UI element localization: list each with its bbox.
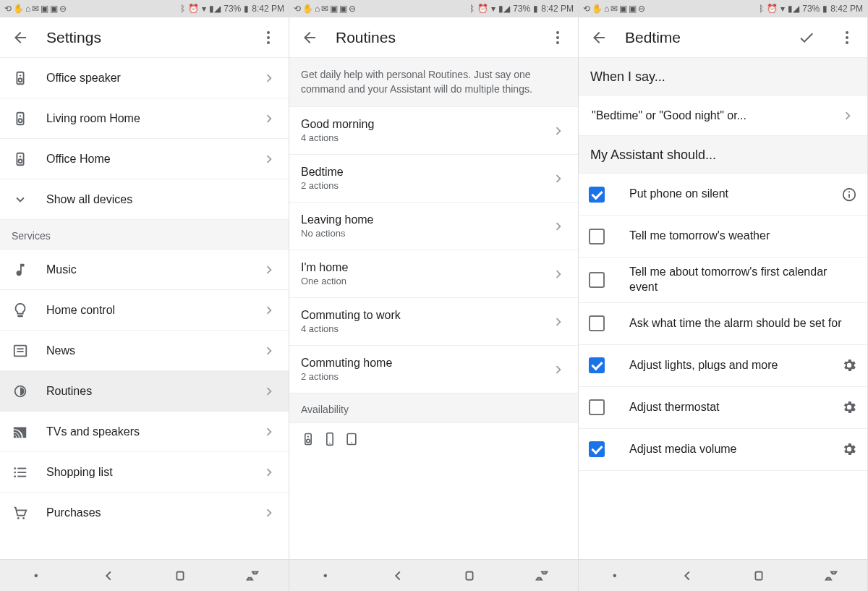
clock-text: 8:42 PM bbox=[252, 4, 284, 14]
service-purchases[interactable]: Purchases bbox=[0, 493, 289, 533]
checkbox-alarm[interactable] bbox=[589, 315, 605, 331]
clock-text: 8:42 PM bbox=[830, 4, 863, 14]
page-title: Routines bbox=[336, 29, 532, 46]
action-media-volume: Adjust media volume bbox=[579, 429, 867, 471]
routine-name: Commuting to work bbox=[301, 309, 550, 322]
availability-header: Availability bbox=[289, 394, 578, 423]
device-label: Office speaker bbox=[46, 72, 244, 85]
checkbox-calendar[interactable] bbox=[589, 272, 605, 288]
routine-good-morning[interactable]: Good morning 4 actions bbox=[289, 107, 578, 155]
wifi-icon: ▾ bbox=[202, 4, 206, 14]
chevron-right-icon bbox=[840, 108, 856, 124]
back-button[interactable] bbox=[584, 23, 613, 52]
device-living-room-home[interactable]: Living room Home bbox=[0, 98, 289, 139]
nav-home[interactable] bbox=[158, 560, 202, 592]
nav-home[interactable] bbox=[448, 560, 491, 592]
checkmark-icon bbox=[798, 29, 815, 46]
nav-dot[interactable]: • bbox=[593, 560, 637, 592]
service-label: News bbox=[46, 344, 244, 357]
chevron-right-icon bbox=[261, 70, 277, 86]
back-button[interactable] bbox=[6, 23, 35, 52]
trigger-phrase-row[interactable]: "Bedtime" or "Good night" or... bbox=[579, 95, 867, 136]
action-label: Put phone on silent bbox=[619, 187, 827, 202]
service-routines[interactable]: Routines bbox=[0, 371, 289, 412]
save-button[interactable] bbox=[792, 23, 821, 52]
device-office-speaker[interactable]: Office speaker bbox=[0, 58, 289, 98]
nav-dot[interactable]: • bbox=[14, 560, 58, 592]
overflow-menu-button[interactable] bbox=[543, 23, 572, 52]
more-vert-icon bbox=[260, 29, 277, 46]
routines-description: Get daily help with personal Routines. J… bbox=[289, 58, 578, 107]
speaker-icon bbox=[301, 432, 315, 446]
settings-button[interactable] bbox=[841, 357, 857, 373]
nav-recents[interactable] bbox=[809, 560, 853, 592]
nav-recents[interactable] bbox=[231, 560, 274, 592]
status-right: ᛒ⏰▾▮◢ 73%▮ 8:42 PM bbox=[469, 4, 574, 14]
action-weather: Tell me tomorrow's weather bbox=[579, 216, 867, 258]
nav-dot[interactable]: • bbox=[304, 560, 347, 592]
routine-leaving-home[interactable]: Leaving home No actions bbox=[289, 203, 578, 250]
routine-name: I'm home bbox=[301, 261, 550, 274]
nav-recents[interactable] bbox=[520, 560, 563, 592]
chevron-right-icon bbox=[261, 343, 277, 359]
device-office-home[interactable]: Office Home bbox=[0, 139, 289, 179]
routine-im-home[interactable]: I'm home One action bbox=[289, 250, 578, 298]
chevron-right-icon bbox=[261, 151, 277, 167]
service-news[interactable]: News bbox=[0, 331, 289, 371]
action-alarm: Ask what time the alarm should be set fo… bbox=[579, 303, 867, 345]
battery-icon: ▮ bbox=[244, 4, 249, 14]
checkbox-thermostat[interactable] bbox=[589, 399, 605, 415]
status-bar: ⟲✋⌂✉▣▣⊖ ᛒ⏰▾▮◢ 73%▮ 8:42 PM bbox=[579, 0, 867, 17]
checkbox-volume[interactable] bbox=[589, 441, 605, 457]
nav-home[interactable] bbox=[737, 560, 780, 592]
settings-button[interactable] bbox=[841, 441, 857, 457]
service-home-control[interactable]: Home control bbox=[0, 290, 289, 331]
settings-content: Office speaker Living room Home Office H… bbox=[0, 58, 289, 559]
chevron-right-icon bbox=[261, 505, 277, 521]
app-bar: Bedtime bbox=[579, 17, 867, 58]
service-music[interactable]: Music bbox=[0, 250, 289, 290]
status-left-icons: ⟲✋⌂✉▣▣⊖ bbox=[294, 4, 356, 14]
chevron-right-icon bbox=[550, 171, 566, 187]
app-bar: Routines bbox=[289, 17, 578, 58]
overflow-menu-button[interactable] bbox=[254, 23, 283, 52]
nav-back[interactable] bbox=[376, 560, 420, 592]
battery-text: 73% bbox=[802, 4, 820, 14]
service-label: Home control bbox=[46, 304, 244, 317]
service-shopping-list[interactable]: Shopping list bbox=[0, 452, 289, 493]
action-label: Adjust thermostat bbox=[619, 400, 827, 415]
expand-icon bbox=[12, 191, 29, 208]
chevron-right-icon bbox=[261, 464, 277, 480]
clock-text: 8:42 PM bbox=[541, 4, 574, 14]
status-left-icons: ⟲✋⌂✉▣▣⊖ bbox=[4, 4, 67, 14]
routine-bedtime[interactable]: Bedtime 2 actions bbox=[289, 155, 578, 203]
action-label: Adjust media volume bbox=[619, 442, 827, 457]
screen-routines: ⟲✋⌂✉▣▣⊖ ᛒ⏰▾▮◢ 73%▮ 8:42 PM Routines Get … bbox=[289, 0, 579, 591]
routine-commuting-work[interactable]: Commuting to work 4 actions bbox=[289, 298, 578, 346]
alarm-icon: ⏰ bbox=[188, 4, 199, 14]
gear-icon bbox=[841, 441, 857, 457]
cart-icon bbox=[12, 504, 29, 522]
device-label: Office Home bbox=[46, 153, 244, 166]
info-button[interactable] bbox=[841, 187, 857, 203]
checkbox-silent[interactable] bbox=[589, 187, 605, 203]
chevron-right-icon bbox=[261, 424, 277, 440]
signal-icon: ▮◢ bbox=[209, 4, 221, 14]
back-button[interactable] bbox=[295, 23, 324, 52]
nav-back[interactable] bbox=[87, 560, 130, 592]
system-nav-bar: • bbox=[289, 559, 578, 591]
nav-back[interactable] bbox=[665, 560, 709, 592]
overflow-menu-button[interactable] bbox=[833, 23, 861, 52]
service-tvs-speakers[interactable]: TVs and speakers bbox=[0, 412, 289, 452]
checkbox-lights[interactable] bbox=[589, 357, 605, 373]
device-label: Living room Home bbox=[46, 112, 244, 125]
settings-button[interactable] bbox=[841, 399, 857, 415]
show-all-devices[interactable]: Show all devices bbox=[0, 179, 289, 220]
action-label: Tell me tomorrow's weather bbox=[619, 229, 857, 244]
routine-commuting-home[interactable]: Commuting home 2 actions bbox=[289, 346, 578, 394]
bulb-icon bbox=[12, 302, 29, 319]
checkbox-weather[interactable] bbox=[589, 229, 605, 245]
more-vert-icon bbox=[549, 29, 566, 46]
battery-text: 73% bbox=[224, 4, 241, 14]
service-label: TVs and speakers bbox=[46, 425, 244, 438]
